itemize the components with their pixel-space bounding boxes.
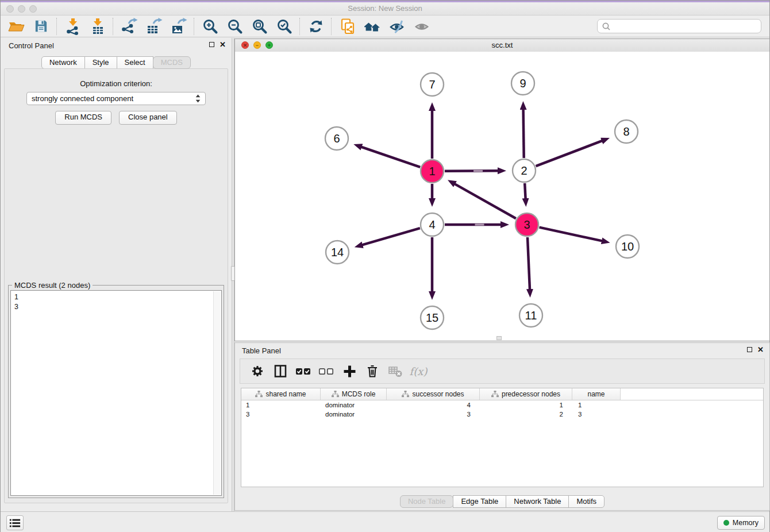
mcds-result-area[interactable]: 1 3 <box>10 290 222 496</box>
table-body: 1dominator4113dominator323 <box>241 400 763 419</box>
zoom-in-button[interactable] <box>198 17 222 36</box>
dropdown-selected-value: strongly connected component <box>32 94 195 103</box>
deselect-all-button[interactable] <box>316 361 337 381</box>
graph-node-11[interactable]: 11 <box>519 304 542 327</box>
import-network-icon <box>64 18 82 35</box>
graph-node-7[interactable]: 7 <box>421 73 444 96</box>
hide-selected-button[interactable] <box>384 17 409 36</box>
open-folder-icon <box>8 18 25 34</box>
memory-button[interactable]: Memory <box>717 516 765 530</box>
export-network-icon <box>121 18 138 35</box>
export-table-button[interactable] <box>141 17 166 36</box>
table-settings-button[interactable] <box>247 361 268 381</box>
svg-text:2: 2 <box>521 164 527 177</box>
graph-node-9[interactable]: 9 <box>511 72 534 95</box>
graph-edge-2-8[interactable] <box>536 141 603 166</box>
save-session-button[interactable] <box>29 17 53 36</box>
svg-text:4: 4 <box>429 218 435 231</box>
float-table-panel-icon[interactable] <box>747 347 752 352</box>
import-network-button[interactable] <box>60 17 85 36</box>
table-cell: 3 <box>241 410 321 419</box>
tab-network-table[interactable]: Network Table <box>506 495 569 508</box>
optimization-criterion-select[interactable]: strongly connected component <box>26 92 206 105</box>
graph-edge-2-9[interactable] <box>523 109 524 158</box>
graph-edge-4-3[interactable] <box>445 224 502 226</box>
show-columns-button[interactable] <box>270 361 291 381</box>
column-header-shared-name[interactable]: shared name <box>241 388 321 400</box>
table-header-row: shared nameMCDS rolesuccessor nodesprede… <box>241 388 763 400</box>
export-image-button[interactable] <box>166 17 191 36</box>
svg-text:7: 7 <box>429 78 435 91</box>
graph-edge-1-6[interactable] <box>361 147 421 167</box>
import-table-button[interactable] <box>85 17 110 36</box>
save-floppy-icon <box>33 18 49 34</box>
close-panel-button[interactable]: Close panel <box>119 111 177 125</box>
search-input[interactable] <box>614 22 757 31</box>
graph-node-2[interactable]: 2 <box>513 159 536 182</box>
graph-edge-3-11[interactable] <box>528 237 530 290</box>
tab-style[interactable]: Style <box>84 56 117 69</box>
refresh-button[interactable] <box>303 17 328 36</box>
column-header-predecessor-nodes[interactable]: predecessor nodes <box>480 388 572 400</box>
network-resize-grip[interactable] <box>496 336 502 340</box>
graph-node-1[interactable]: 1 <box>421 160 444 183</box>
memory-label: Memory <box>733 519 759 527</box>
toolbar-separator <box>194 18 195 35</box>
zoom-fit-button[interactable] <box>247 17 272 36</box>
add-column-button[interactable] <box>339 361 360 381</box>
table-cell: 1 <box>480 400 572 410</box>
select-all-button[interactable] <box>293 361 314 381</box>
graph-node-3[interactable]: 3 <box>515 213 538 236</box>
table-row[interactable]: 3dominator323 <box>241 410 763 419</box>
table-cell: dominator <box>321 400 387 410</box>
graph-edge-1-2[interactable] <box>445 170 499 172</box>
application-window: Session: New Session <box>0 0 770 532</box>
task-history-button[interactable] <box>6 515 24 530</box>
delete-column-button[interactable] <box>362 361 383 381</box>
tab-edge-table[interactable]: Edge Table <box>453 495 506 508</box>
graph-node-8[interactable]: 8 <box>615 120 638 143</box>
search-field[interactable] <box>597 19 761 33</box>
main-toolbar <box>1 16 769 37</box>
graph-edge-3-10[interactable] <box>539 228 603 241</box>
tab-mcds[interactable]: MCDS <box>153 56 191 69</box>
close-panel-icon[interactable]: ✕ <box>220 41 226 48</box>
table-panel: Table Panel ✕ <box>234 342 770 511</box>
graph-edge-2-3[interactable] <box>525 183 525 199</box>
float-panel-icon[interactable] <box>209 42 214 47</box>
tab-select[interactable]: Select <box>117 56 153 69</box>
table-cell: 1 <box>241 400 321 410</box>
tab-node-table[interactable]: Node Table <box>400 495 454 508</box>
chevron-up-down-icon <box>195 94 201 103</box>
zoom-selected-button[interactable] <box>272 17 297 36</box>
column-header-successor-nodes[interactable]: successor nodes <box>387 388 480 400</box>
close-table-panel-icon[interactable]: ✕ <box>757 346 764 353</box>
open-session-button[interactable] <box>4 17 29 36</box>
clone-network-button[interactable] <box>335 17 360 36</box>
tab-network[interactable]: Network <box>41 56 85 69</box>
graph-edge-3-1[interactable] <box>454 184 516 219</box>
zoom-out-button[interactable] <box>222 17 247 36</box>
export-network-button[interactable] <box>117 17 141 36</box>
graph-node-6[interactable]: 6 <box>325 127 348 150</box>
toolbar-separator <box>56 18 57 35</box>
table-row[interactable]: 1dominator411 <box>241 400 763 410</box>
tree-icon <box>332 391 339 398</box>
network-window-title: scc.txt <box>235 39 769 52</box>
tab-motifs[interactable]: Motifs <box>568 495 605 508</box>
column-header-MCDS-role[interactable]: MCDS role <box>321 388 387 400</box>
run-mcds-button[interactable]: Run MCDS <box>55 111 111 125</box>
graph-node-10[interactable]: 10 <box>616 235 639 258</box>
graph-node-4[interactable]: 4 <box>421 213 444 236</box>
graph-edge-4-14[interactable] <box>361 228 420 245</box>
graph-node-14[interactable]: 14 <box>326 241 349 264</box>
double-home-icon <box>364 19 381 34</box>
svg-text:14: 14 <box>331 246 344 259</box>
graph-node-15[interactable]: 15 <box>421 306 444 329</box>
table-cell: 3 <box>572 410 621 419</box>
network-canvas[interactable]: 1234678910111415 <box>235 52 769 341</box>
first-neighbors-button[interactable] <box>360 17 384 36</box>
status-bar: Memory <box>1 511 769 532</box>
result-scrollbar[interactable] <box>213 291 221 495</box>
column-header-name[interactable]: name <box>572 388 621 400</box>
